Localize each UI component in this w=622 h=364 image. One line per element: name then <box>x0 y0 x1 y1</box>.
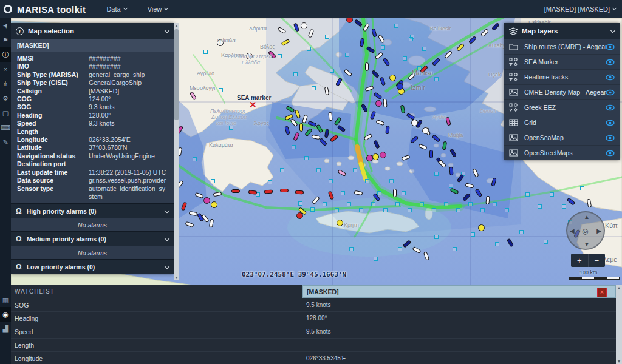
sea-marker-square[interactable] <box>316 168 321 172</box>
vessel-circle-marker[interactable] <box>366 155 373 161</box>
sea-marker-square[interactable] <box>432 208 436 212</box>
sea-marker-square[interactable] <box>203 50 208 54</box>
sea-marker-square[interactable] <box>280 168 284 172</box>
panel-scrollbar[interactable]: ▲ ▼ <box>174 23 179 280</box>
sea-marker-square[interactable] <box>468 202 473 206</box>
vessel-marker[interactable] <box>280 189 289 192</box>
close-column-button[interactable]: × <box>597 288 607 297</box>
layer-row-ship-routes-cmre-aegean-sea[interactable]: Ship routes (CMRE) - Aegean Sea <box>504 39 620 54</box>
sea-marker-square[interactable] <box>219 88 223 92</box>
visibility-eye-icon[interactable] <box>606 89 615 96</box>
visibility-eye-icon[interactable] <box>606 74 615 81</box>
alarm-section-header[interactable]: ΩLow priority alarms (0) <box>11 259 174 274</box>
map-selection-header[interactable]: i Map selection <box>11 23 174 39</box>
map-layers-header[interactable]: Map layers <box>504 23 620 39</box>
watchlist-column-header[interactable]: [MASKED] × <box>302 285 616 298</box>
info-icon[interactable]: ⓘ <box>0 47 11 62</box>
vessel-marker[interactable] <box>429 150 433 158</box>
sea-marker-square[interactable] <box>402 191 406 195</box>
close-icon[interactable]: × <box>0 62 11 76</box>
visibility-eye-icon[interactable] <box>606 120 615 126</box>
layer-row-sea-marker[interactable]: SEA Marker <box>504 54 620 69</box>
sea-marker-square[interactable] <box>453 247 457 251</box>
sea-marker-square[interactable] <box>345 53 349 57</box>
sea-marker-square[interactable] <box>304 156 309 160</box>
sea-marker-square[interactable] <box>471 232 475 237</box>
user-menu[interactable]: [MASKED] [MASKED] <box>544 5 616 13</box>
watchlist-row-heading[interactable]: Heading128.00° <box>11 312 622 325</box>
zoom-out-button[interactable]: − <box>589 254 606 267</box>
sea-marker-square[interactable] <box>449 184 453 188</box>
layer-row-cmre-density-map-aegean-sea[interactable]: CMRE Density Map - Aegean Sea <box>504 84 620 99</box>
sea-marker-square[interactable] <box>353 168 357 172</box>
table-icon[interactable]: ▦ <box>0 292 11 307</box>
layer-row-openstreetmaps[interactable]: OpenStreetMaps <box>504 145 620 160</box>
sea-marker-square[interactable] <box>377 191 381 195</box>
vessel-circle-marker[interactable] <box>478 224 485 231</box>
sea-marker-square[interactable] <box>347 202 351 206</box>
sea-marker-square[interactable] <box>550 192 554 197</box>
vessel-circle-marker[interactable] <box>380 152 386 158</box>
visibility-eye-icon[interactable] <box>606 135 615 141</box>
sea-marker-square[interactable] <box>519 230 524 234</box>
pan-compass-control[interactable]: ◀▶ ▲▼ ◎ <box>566 211 605 250</box>
sea-marker-square[interactable] <box>268 180 272 184</box>
sea-marker-square[interactable] <box>310 207 315 212</box>
sea-marker-square[interactable] <box>434 77 439 81</box>
menu-view[interactable]: View <box>148 5 168 13</box>
sea-marker-square[interactable] <box>525 192 530 197</box>
vessel-circle-marker[interactable] <box>372 153 379 160</box>
sea-marker-square[interactable] <box>538 204 542 209</box>
layer-row-grid[interactable]: Grid <box>504 115 620 130</box>
vessel-circle-marker[interactable] <box>375 100 382 107</box>
sea-marker-square[interactable] <box>365 179 369 183</box>
zoom-in-button[interactable]: + <box>571 254 589 267</box>
watchlist-row-speed[interactable]: Speed9.5 knots <box>11 325 622 339</box>
sea-marker-square[interactable] <box>544 240 548 244</box>
sea-marker-square[interactable] <box>330 69 334 73</box>
vessel-circle-marker[interactable] <box>411 120 418 126</box>
sea-marker-square[interactable] <box>278 54 282 58</box>
area-select-icon[interactable]: ▢ <box>0 106 11 120</box>
vessel-marker[interactable] <box>365 62 369 71</box>
sea-marker-square[interactable] <box>495 242 499 246</box>
gear-icon[interactable]: ⚙ <box>0 91 11 106</box>
sea-marker-square[interactable] <box>480 208 485 212</box>
sea-marker-square[interactable] <box>329 179 333 183</box>
menu-data[interactable]: Data <box>106 5 126 13</box>
sea-marker-square[interactable] <box>420 202 424 206</box>
sea-marker-square[interactable] <box>403 56 407 61</box>
vessel-marker[interactable] <box>328 112 332 121</box>
sea-marker-x-icon[interactable]: ✕ <box>249 99 257 110</box>
visibility-eye-icon[interactable] <box>606 150 615 157</box>
vessel-circle-marker[interactable] <box>246 53 253 59</box>
vessel-marker[interactable] <box>449 167 453 175</box>
layer-row-greek-eez[interactable]: Greek EEZ <box>504 99 620 115</box>
sea-marker-square[interactable] <box>307 47 311 51</box>
sea-marker-square[interactable] <box>193 157 197 161</box>
vessel-circle-marker[interactable] <box>337 220 343 226</box>
sea-marker-square[interactable] <box>211 179 215 183</box>
visibility-eye-icon[interactable] <box>606 104 615 111</box>
eye-icon[interactable]: ◉ <box>0 307 11 322</box>
sea-marker-square[interactable] <box>374 257 378 261</box>
sea-marker-square[interactable] <box>341 191 345 195</box>
vessel-marker[interactable] <box>383 99 387 107</box>
keyboard-icon[interactable]: ⌨ <box>0 120 11 135</box>
selected-vessel-name[interactable]: [MASKED] <box>11 39 174 52</box>
alarm-section-header[interactable]: ΩHigh priority alarms (0) <box>11 203 174 218</box>
vessel-marker[interactable] <box>231 189 240 193</box>
sea-marker-square[interactable] <box>434 235 439 239</box>
sea-marker-square[interactable] <box>323 202 327 206</box>
layer-row-openseamap[interactable]: OpenSeaMap <box>504 130 620 145</box>
sea-marker-square[interactable] <box>371 202 375 206</box>
sea-marker-square[interactable] <box>381 46 385 50</box>
vessel-circle-marker[interactable] <box>422 127 429 134</box>
layer-row-realtime-tracks[interactable]: Realtime tracks <box>504 69 620 84</box>
sea-marker-square[interactable] <box>312 86 316 90</box>
vessel-circle-marker[interactable] <box>389 75 396 81</box>
sea-marker-square[interactable] <box>389 179 394 183</box>
sea-marker-square[interactable] <box>422 47 426 51</box>
vessel-marker[interactable] <box>299 123 303 132</box>
sea-marker-square[interactable] <box>505 208 509 212</box>
